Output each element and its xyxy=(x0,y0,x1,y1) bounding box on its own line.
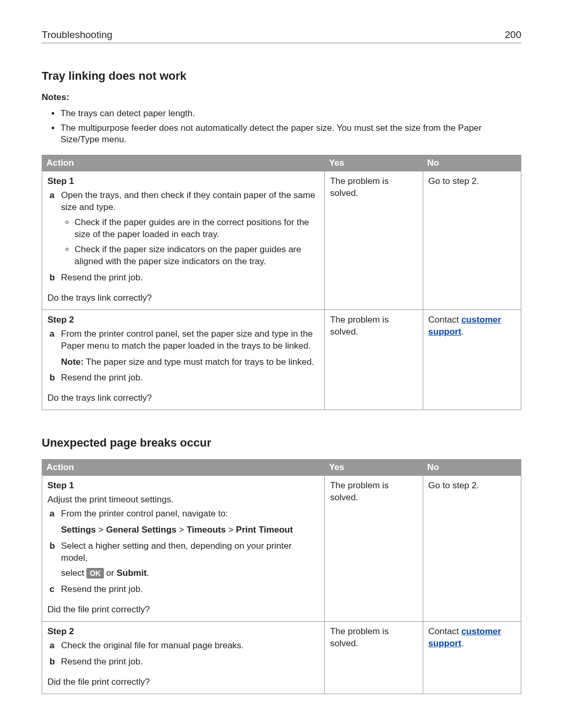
list-marker: b xyxy=(50,656,55,668)
step-label: Step 2 xyxy=(47,314,319,326)
list-marker: b xyxy=(50,540,55,552)
no-cell: Go to step 2. xyxy=(423,171,521,310)
step-text: Resend the print job. xyxy=(61,273,143,282)
no-pre: Contact xyxy=(429,315,461,325)
step-label: Step 1 xyxy=(47,176,319,188)
yes-cell: The problem is solved. xyxy=(325,476,423,621)
step-text: or xyxy=(104,568,117,578)
list-marker: a xyxy=(50,508,54,520)
step-item-c: c Resend the print job. xyxy=(47,584,319,596)
section-heading-page-breaks: Unexpected page breaks occur xyxy=(42,436,521,450)
step-list: b Resend the print job. xyxy=(47,372,319,384)
yes-cell: The problem is solved. xyxy=(325,171,423,310)
notes-item: The multipurpose feeder does not automat… xyxy=(60,122,521,145)
no-cell: Contact customer support. xyxy=(423,310,521,410)
inner-bullet-item: Check if the paper size indicators on th… xyxy=(75,244,319,268)
col-header-action: Action xyxy=(42,155,325,171)
step-text: select xyxy=(61,568,87,578)
col-header-no: No xyxy=(423,460,521,476)
list-marker: b xyxy=(50,372,55,384)
step-item-a: a Open the trays, and then check if they… xyxy=(47,190,319,268)
step-list: a Open the trays, and then check if they… xyxy=(47,190,319,284)
notes-label: Notes: xyxy=(42,92,521,103)
step-text: From the printer control panel, set the … xyxy=(61,329,313,351)
path-part: Settings xyxy=(61,525,96,535)
step-item-b: b Resend the print job. xyxy=(47,272,319,284)
step-text: . xyxy=(146,568,149,578)
header-section: Troubleshooting xyxy=(42,29,113,41)
path-sep: > xyxy=(226,525,236,535)
path-part: Print Timeout xyxy=(236,525,293,535)
step-item-b: b Resend the print job. xyxy=(47,656,319,668)
note-text: The paper size and type must match for t… xyxy=(83,357,314,367)
table-header-row: Action Yes No xyxy=(42,155,521,171)
no-post: . xyxy=(461,638,464,648)
page-number: 200 xyxy=(505,29,521,41)
table-header-row: Action Yes No xyxy=(42,460,521,476)
path-part: Timeouts xyxy=(187,525,226,535)
step-text: Open the trays, and then check if they c… xyxy=(61,190,315,212)
table-row: Step 2 a From the printer control panel,… xyxy=(42,310,521,410)
step-item-b: b Resend the print job. xyxy=(47,372,319,384)
step-text: Resend the print job. xyxy=(61,584,143,594)
notes-item: The trays can detect paper length. xyxy=(60,108,521,119)
step-intro: Adjust the print timeout settings. xyxy=(47,494,319,506)
step-label: Step 2 xyxy=(47,626,319,638)
path-sep: > xyxy=(96,525,106,535)
action-cell: Step 2 a From the printer control panel,… xyxy=(42,310,325,410)
note-label: Note: xyxy=(61,357,83,367)
submit-label: Submit xyxy=(117,568,147,578)
col-header-yes: Yes xyxy=(325,460,423,476)
nav-path: Settings > General Settings > Timeouts >… xyxy=(61,524,319,536)
question-text: Do the trays link correctly? xyxy=(47,292,319,304)
troubleshoot-table-pagebreaks: Action Yes No Step 1 Adjust the print ti… xyxy=(42,459,521,694)
list-marker: a xyxy=(50,328,54,340)
step-list: b Select a higher setting and then, depe… xyxy=(47,540,319,596)
action-cell: Step 1 a Open the trays, and then check … xyxy=(42,171,325,310)
inline-note: Note: The paper size and type must match… xyxy=(61,356,319,368)
question-text: Did the file print correctly? xyxy=(47,604,319,616)
list-marker: a xyxy=(50,190,54,202)
no-pre: Contact xyxy=(429,626,461,636)
step-list: a From the printer control panel, set th… xyxy=(47,328,319,352)
question-text: Did the file print correctly? xyxy=(47,676,319,688)
list-marker: a xyxy=(50,640,54,652)
path-sep: > xyxy=(177,525,187,535)
yes-cell: The problem is solved. xyxy=(325,310,423,410)
step-item-a: a Check the original file for manual pag… xyxy=(47,640,319,652)
document-page: Troubleshooting 200 Tray linking does no… xyxy=(0,0,563,728)
step-item-b: b Select a higher setting and then, depe… xyxy=(47,540,319,579)
col-header-no: No xyxy=(423,155,521,171)
step-label: Step 1 xyxy=(47,480,319,492)
ok-button-icon: OK xyxy=(87,568,104,578)
page-header: Troubleshooting 200 xyxy=(42,29,521,43)
step-text: Select a higher setting and then, depend… xyxy=(61,541,291,563)
col-header-action: Action xyxy=(42,460,325,476)
no-cell: Contact customer support. xyxy=(423,621,521,694)
step-text: Check the original file for manual page … xyxy=(61,640,244,650)
table-row: Step 2 a Check the original file for man… xyxy=(42,621,521,694)
troubleshoot-table-tray: Action Yes No Step 1 a Open the trays, a… xyxy=(42,155,521,410)
yes-cell: The problem is solved. xyxy=(325,621,423,694)
step-item-a: a From the printer control panel, set th… xyxy=(47,328,319,352)
inner-bullets: Check if the paper guides are in the cor… xyxy=(61,217,319,268)
path-part: General Settings xyxy=(106,525,176,535)
col-header-yes: Yes xyxy=(325,155,423,171)
list-marker: b xyxy=(50,272,55,284)
notes-list: The trays can detect paper length. The m… xyxy=(42,108,521,145)
table-row: Step 1 a Open the trays, and then check … xyxy=(42,171,521,310)
step-text: From the printer control panel, navigate… xyxy=(61,509,228,519)
step-text: Resend the print job. xyxy=(61,373,143,382)
question-text: Do the trays link correctly? xyxy=(47,392,319,404)
table-row: Step 1 Adjust the print timeout settings… xyxy=(42,476,521,621)
no-cell: Go to step 2. xyxy=(423,476,521,621)
no-post: . xyxy=(461,327,464,337)
action-cell: Step 2 a Check the original file for man… xyxy=(42,621,325,694)
step-list: a From the printer control panel, naviga… xyxy=(47,508,319,520)
step-item-a: a From the printer control panel, naviga… xyxy=(47,508,319,520)
inner-bullet-item: Check if the paper guides are in the cor… xyxy=(75,217,319,241)
step-list: a Check the original file for manual pag… xyxy=(47,640,319,668)
step-text: Resend the print job. xyxy=(61,657,143,667)
action-cell: Step 1 Adjust the print timeout settings… xyxy=(42,476,325,621)
list-marker: c xyxy=(50,584,54,596)
